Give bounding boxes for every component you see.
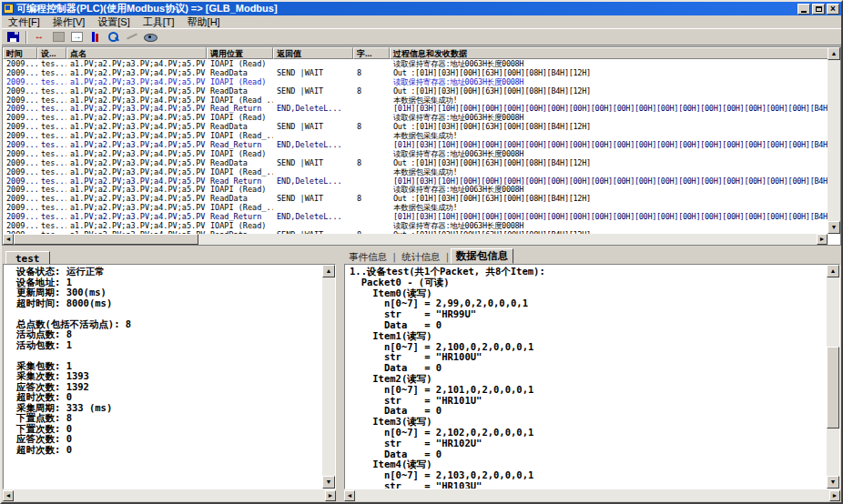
- log-row[interactable]: 2009...tes...a1.PV;a2.PV;a3.PV;a4.PV;a5.…: [3, 104, 828, 113]
- log-cell-info: 读取保持寄存器:地址0063H长度0008H: [390, 221, 828, 230]
- info-hscroll-left-button[interactable]: ◄: [344, 490, 355, 501]
- log-row[interactable]: 2009...tes...a1.PV;a2.PV;a3.PV;a4.PV;a5.…: [3, 59, 828, 68]
- log-cell-device: tes...: [37, 185, 66, 194]
- log-cell-words: [353, 59, 390, 68]
- log-cell-call: IOAPI (Read): [207, 221, 273, 230]
- device-vscroll-track[interactable]: [322, 265, 335, 489]
- log-cell-info: Out :[01H][03H][00H][63H][00H][08H][B4H]…: [390, 68, 828, 77]
- info-tabs: 事件信息|统计信息|数据包信息: [344, 249, 840, 264]
- log-row[interactable]: 2009...tes...a1.PV;a2.PV;a3.PV;a4.PV;a5.…: [3, 122, 828, 131]
- device-hscroll-track[interactable]: [3, 489, 336, 501]
- log-row[interactable]: 2009...tes...a1.PV;a2.PV;a3.PV;a4.PV;a5.…: [3, 77, 828, 86]
- log-cell-info: 读取保持寄存器:地址0063H长度0008H: [390, 77, 828, 86]
- log-row[interactable]: 2009...tes...a1.PV;a2.PV;a3.PV;a4.PV;a5.…: [3, 212, 828, 221]
- menu-item-0[interactable]: 文件[F]: [2, 16, 46, 28]
- log-cell-info: Out :[01H][03H][00H][63H][00H][08H][B4H]…: [390, 158, 828, 167]
- column-header-3[interactable]: 调用位置: [207, 47, 273, 59]
- close-button[interactable]: ×: [827, 4, 839, 15]
- log-hscroll-right-button[interactable]: ►: [817, 234, 828, 245]
- menu-item-3[interactable]: 工具[T]: [137, 16, 181, 28]
- log-cell-time: 2009...: [3, 158, 37, 167]
- log-cell-time: 2009...: [3, 212, 37, 221]
- log-hscroll-thumb[interactable]: [14, 234, 198, 245]
- log-cell-ret: END,DeleteL...: [273, 176, 353, 186]
- log-cell-call: IOAPI (Read_...: [207, 96, 273, 105]
- log-cell-words: 8: [353, 122, 390, 131]
- device-stats: 设备状态: 运行正常设备地址: 1更新周期: 300(ms)超时时间: 8000…: [4, 267, 321, 489]
- export-button[interactable]: [68, 30, 85, 45]
- log-cell-ret: [273, 113, 353, 122]
- probe-button[interactable]: [86, 30, 103, 45]
- column-header-5[interactable]: 字...: [353, 47, 390, 59]
- device-hscroll-right-button[interactable]: ►: [325, 490, 336, 501]
- log-row[interactable]: 2009...tes...a1.PV;a2.PV;a3.PV;a4.PV;a5.…: [3, 96, 828, 105]
- log-row[interactable]: 2009...tes...a1.PV;a2.PV;a3.PV;a4.PV;a5.…: [3, 194, 828, 203]
- tab-0[interactable]: 事件信息: [344, 250, 391, 264]
- log-row[interactable]: 2009...tes...a1.PV;a2.PV;a3.PV;a4.PV;a5.…: [3, 113, 828, 122]
- log-row[interactable]: 2009...tes...a1.PV;a2.PV;a3.PV;a4.PV;a5.…: [3, 185, 828, 194]
- copy-button[interactable]: [50, 30, 66, 45]
- menu-item-2[interactable]: 设置[S]: [91, 16, 136, 28]
- column-header-1[interactable]: 设...: [37, 47, 66, 59]
- log-vscroll-up-button[interactable]: ▲: [828, 47, 840, 60]
- column-header-6[interactable]: 过程信息和发收数据: [390, 47, 829, 59]
- log-cell-device: tes...: [37, 122, 66, 131]
- info-vscroll-down-button[interactable]: ▼: [827, 476, 839, 489]
- restore-button[interactable]: [812, 4, 825, 15]
- log-cell-points: a1.PV;a2.PV;a3.PV;a4.PV;a5.PV...: [66, 221, 207, 230]
- app-window: 可编程控制器(PLC)(使用Modbus协议) => [GLB_Modbus] …: [0, 0, 843, 504]
- log-vscroll-down-button[interactable]: ▼: [828, 221, 840, 234]
- info-hscroll-right-button[interactable]: ►: [829, 490, 840, 501]
- zoom-button[interactable]: [105, 30, 121, 45]
- log-row[interactable]: 2009...tes...a1.PV;a2.PV;a3.PV;a4.PV;a5.…: [3, 158, 828, 167]
- menu-item-4[interactable]: 帮助[H]: [181, 16, 227, 28]
- log-cell-info: [01H][03H][10H][00H][00H][00H][00H][00H]…: [390, 140, 828, 149]
- log-cell-points: a1.PV;a2.PV;a3.PV;a4.PV;a5.PV...: [66, 158, 207, 167]
- menu-item-1[interactable]: 操作[V]: [46, 16, 91, 28]
- device-vscroll-down-button[interactable]: ▼: [322, 476, 335, 489]
- log-cell-ret: [273, 221, 353, 230]
- column-header-0[interactable]: 时间: [3, 47, 37, 59]
- log-row[interactable]: 2009...tes...a1.PV;a2.PV;a3.PV;a4.PV;a5.…: [3, 68, 828, 77]
- log-row[interactable]: 2009...tes...a1.PV;a2.PV;a3.PV;a4.PV;a5.…: [3, 149, 828, 158]
- log-cell-points: a1.PV;a2.PV;a3.PV;a4.PV;a5.PV...: [66, 203, 207, 212]
- tab-1[interactable]: 统计信息: [397, 250, 444, 264]
- log-cell-call: IOAPI (Read): [207, 59, 273, 68]
- log-row[interactable]: 2009...tes...a1.PV;a2.PV;a3.PV;a4.PV;a5.…: [3, 203, 828, 212]
- log-cell-time: 2009...: [3, 176, 37, 186]
- info-hscroll-track[interactable]: [344, 489, 840, 501]
- save-button[interactable]: [5, 30, 21, 45]
- log-cell-call: IOAPI (Read_...: [207, 203, 273, 212]
- info-vscroll-thumb[interactable]: [827, 347, 839, 428]
- info-panel: 事件信息|统计信息|数据包信息 1..设备test(共1个Packet, 共8个…: [344, 249, 840, 501]
- device-hscroll-left-button[interactable]: ◄: [3, 490, 14, 501]
- line-tool-button[interactable]: [123, 30, 139, 45]
- column-header-4[interactable]: 返回值: [273, 47, 353, 59]
- log-hscroll-left-button[interactable]: ◄: [3, 234, 14, 245]
- log-cell-time: 2009...: [3, 113, 37, 122]
- packet-info-line: Item2(读写): [350, 374, 826, 385]
- log-cell-call: ReadData: [207, 122, 273, 131]
- log-cell-device: tes...: [37, 86, 66, 96]
- watch-button[interactable]: [141, 30, 157, 45]
- log-cell-points: a1.PV;a2.PV;a3.PV;a4.PV;a5.PV...: [66, 149, 207, 158]
- log-row[interactable]: 2009...tes...a1.PV;a2.PV;a3.PV;a4.PV;a5.…: [3, 131, 828, 140]
- log-row[interactable]: 2009...tes...a1.PV;a2.PV;a3.PV;a4.PV;a5.…: [3, 140, 828, 149]
- log-row[interactable]: 2009...tes...a1.PV;a2.PV;a3.PV;a4.PV;a5.…: [3, 176, 828, 186]
- column-header-2[interactable]: 点名: [66, 47, 207, 59]
- log-cell-device: tes...: [37, 113, 66, 122]
- restore-icon: [816, 6, 822, 12]
- log-row[interactable]: 2009...tes...a1.PV;a2.PV;a3.PV;a4.PV;a5.…: [3, 86, 828, 96]
- log-row[interactable]: 2009...tes...a1.PV;a2.PV;a3.PV;a4.PV;a5.…: [3, 167, 828, 176]
- minimize-button[interactable]: [797, 4, 810, 15]
- log-cell-points: a1.PV;a2.PV;a3.PV;a4.PV;a5.PV...: [66, 104, 207, 113]
- connect-button[interactable]: [32, 30, 48, 45]
- app-icon: [4, 4, 14, 14]
- tab-2[interactable]: 数据包信息: [451, 248, 514, 264]
- panel-splitter[interactable]: [336, 249, 344, 502]
- device-vscroll-up-button[interactable]: ▲: [322, 265, 335, 277]
- log-vscroll-track[interactable]: [828, 47, 840, 234]
- log-row[interactable]: 2009...tes...a1.PV;a2.PV;a3.PV;a4.PV;a5.…: [3, 221, 828, 230]
- info-vscroll-up-button[interactable]: ▲: [827, 265, 839, 277]
- log-cell-device: tes...: [37, 194, 66, 203]
